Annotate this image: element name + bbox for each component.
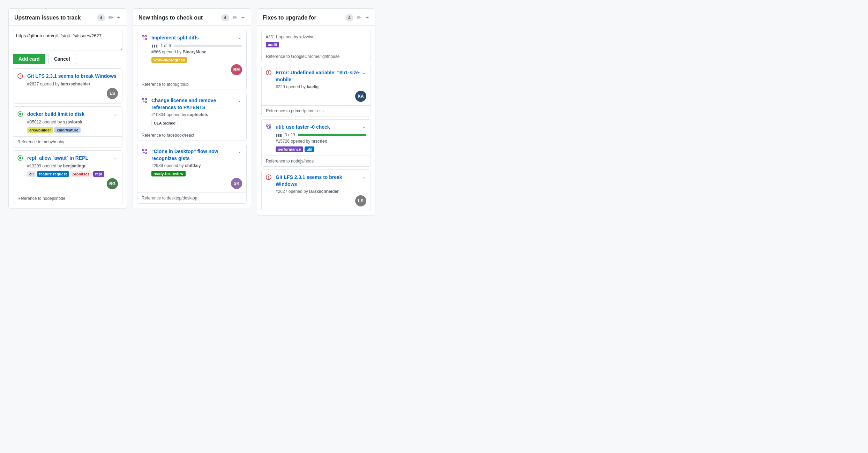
svg-text:!: ! (20, 74, 21, 78)
card-label: feature request (37, 171, 69, 177)
card-type-icon: ! (266, 70, 273, 77)
card-header-row: ! Error: Undefined variable: "$h1-size-m… (266, 69, 366, 83)
svg-point-8 (145, 36, 147, 37)
card-c10: ! Git LFS 2.3.1 seems to break Windows ⌄… (261, 169, 371, 211)
card-label: audit (266, 42, 279, 47)
card-labels: work-in-progress (151, 57, 242, 63)
card-meta: #35012 opened by sztwiorok (27, 120, 118, 124)
svg-point-13 (145, 98, 147, 100)
column-body: Implement split diffs ⌄ ▮▮▮ 1 of 6 #866 … (133, 26, 251, 208)
card-type-icon: ! (266, 174, 273, 181)
card-chevron-button[interactable]: ⌄ (361, 69, 366, 76)
card-labels: clifeature requestpromisesrepl (27, 171, 118, 177)
card-title-area: ! Git LFS 2.3.1 seems to break Windows (266, 174, 361, 188)
card-c8: ! Error: Undefined variable: "$h1-size-m… (261, 65, 371, 116)
card-title[interactable]: repl: allow `await` in REPL (27, 155, 113, 162)
edit-column-button[interactable]: ✏ (108, 14, 114, 21)
add-card-button[interactable]: + (241, 14, 245, 21)
card-title[interactable]: util: use faster -0 check (276, 124, 361, 131)
svg-point-18 (145, 149, 147, 151)
svg-point-6 (142, 36, 144, 37)
card-reference: Reference to moby/moby (13, 136, 122, 147)
card-title-area: ! Git LFS 2.3.1 seems to break Windows (17, 73, 118, 80)
card-title[interactable]: Change license and remove references to … (151, 97, 237, 111)
column-actions: ✏ + (232, 14, 245, 21)
edit-column-button[interactable]: ✏ (232, 14, 238, 21)
column-body: https://github.com/git-lfs/git-lfs/issue… (9, 26, 127, 208)
column-new-things: New things to check out 4 ✏ + Implement … (133, 8, 251, 208)
card-chevron-button[interactable]: ⌄ (237, 35, 242, 41)
column-title: New things to check out (139, 15, 218, 21)
card-labels: CLA Signed (151, 120, 242, 126)
card-label: ready-for-review (151, 171, 186, 176)
card-title[interactable]: Git LFS 2.3.1 seems to break Windows (276, 174, 361, 188)
card-avatar: BM (231, 64, 242, 75)
add-card-button[interactable]: + (365, 14, 369, 21)
card-c5: Change license and remove references to … (137, 93, 247, 141)
card-label: util (305, 146, 315, 152)
card-progress: ▮▮▮ 1 of 6 (151, 43, 242, 48)
column-actions: ✏ + (108, 14, 121, 21)
card-labels: area/builderkind/feature (27, 127, 118, 133)
progress-bar-bg (298, 134, 366, 136)
card-c7: #3311 opened by kdzwinel audit Reference… (261, 30, 371, 62)
card-c3: repl: allow `await` in REPL ⌄ #13209 ope… (13, 150, 122, 204)
card-header-row: ! Git LFS 2.3.1 seems to break Windows ⌄ (266, 174, 366, 188)
progress-icon: ▮▮▮ (151, 44, 158, 48)
card-c4: Implement split diffs ⌄ ▮▮▮ 1 of 6 #866 … (137, 30, 247, 90)
card-avatar: KA (355, 91, 366, 102)
column-fixes: Fixes to upgrade for 4 ✏ + #3311 opened … (257, 8, 375, 216)
svg-point-7 (145, 38, 147, 40)
card-top-text: #3311 opened by kdzwinel (266, 35, 366, 39)
column-count: 4 (345, 14, 353, 21)
svg-point-17 (145, 152, 147, 154)
progress-label: 1 of 6 (160, 43, 171, 48)
card-avatar: LS (355, 195, 366, 206)
card-chevron-button[interactable]: ⌄ (361, 124, 366, 130)
card-title[interactable]: Git LFS 2.3.1 seems to break Windows (27, 73, 118, 80)
card-chevron-button[interactable]: ⌄ (361, 174, 366, 180)
card-progress: ▮▮▮ 3 of 3 (276, 133, 366, 137)
svg-point-16 (142, 149, 144, 151)
card-label: area/builder (27, 127, 53, 133)
card-meta: #229 opened by kaelig (276, 84, 366, 89)
progress-bar-fill (298, 134, 366, 136)
card-labels: performanceutil (276, 146, 366, 152)
card-reference: Reference to atom/github (137, 79, 246, 90)
card-header-row: docker build limit io disk ⌄ (17, 111, 118, 118)
add-card-buttons: Add card Cancel (13, 54, 122, 64)
progress-bar-fill (174, 45, 185, 47)
add-card-cancel-button[interactable]: Cancel (48, 54, 76, 64)
card-reference: Reference to nodejs/node (262, 156, 371, 166)
svg-text:!: ! (268, 175, 269, 179)
card-avatar-row: LS (17, 88, 118, 99)
card-type-icon (142, 149, 149, 156)
card-avatar-row: LS (266, 195, 366, 206)
column-actions: ✏ + (356, 14, 369, 21)
svg-point-12 (145, 101, 147, 103)
card-chevron-button[interactable]: ⌄ (237, 148, 242, 154)
card-avatar-row: BG (17, 178, 118, 189)
card-chevron-button[interactable]: ⌄ (237, 97, 242, 104)
card-type-icon (142, 98, 149, 105)
card-title[interactable]: Implement split diffs (151, 35, 237, 41)
card-avatar: BG (107, 178, 118, 189)
add-card-button[interactable]: + (117, 14, 121, 21)
card-label: CLA Signed (151, 120, 178, 126)
card-title[interactable]: "Clone in Desktop" flow now recognizes g… (151, 148, 237, 162)
column-title: Fixes to upgrade for (263, 15, 343, 21)
card-chevron-button[interactable]: ⌄ (113, 155, 118, 161)
edit-column-button[interactable]: ✏ (356, 14, 362, 21)
card-title[interactable]: Error: Undefined variable: "$h1-size-mob… (276, 69, 361, 83)
column-body: #3311 opened by kdzwinel audit Reference… (257, 26, 375, 215)
card-meta: #2627 opened by larsxschneider (27, 82, 118, 86)
card-label: kind/feature (54, 127, 80, 133)
progress-icon: ▮▮▮ (276, 133, 282, 137)
card-title[interactable]: docker build limit io disk (27, 111, 113, 118)
board: Upstream issues to track 4 ✏ + https://g… (8, 8, 860, 216)
card-c1: ! Git LFS 2.3.1 seems to break Windows #… (13, 68, 122, 104)
add-card-submit-button[interactable]: Add card (13, 54, 45, 64)
progress-bar-bg (174, 45, 242, 47)
add-card-textarea[interactable]: https://github.com/git-lfs/git-lfs/issue… (13, 30, 122, 51)
card-chevron-button[interactable]: ⌄ (113, 111, 118, 117)
